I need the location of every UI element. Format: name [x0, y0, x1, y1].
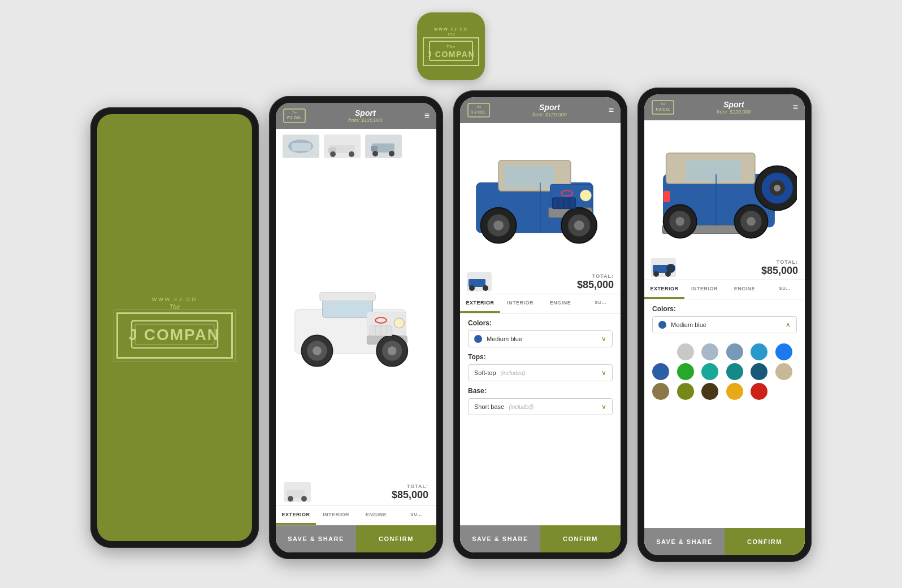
tab-interior-4[interactable]: INTERIOR [684, 280, 725, 299]
header-center-2: Sport from: $120,000 [348, 108, 383, 123]
tab-exterior-3[interactable]: EXTERIOR [460, 294, 500, 313]
color-swatch-12[interactable] [652, 383, 669, 400]
tab-sus-2[interactable]: SU... [396, 506, 436, 525]
total-label-4: TOTAL: [761, 259, 798, 265]
save-share-button-3[interactable]: SAVE & SHARE [460, 525, 540, 552]
thumb-1[interactable] [283, 134, 319, 158]
confirm-button-3[interactable]: CONFIRM [540, 525, 621, 552]
base-dropdown-3[interactable]: Short base (included) ∨ [468, 398, 613, 415]
color-swatch-14[interactable] [701, 383, 718, 400]
thumb-row-2 [276, 129, 436, 162]
selected-thumb-3[interactable] [467, 272, 492, 291]
color-swatch-11[interactable] [775, 363, 792, 380]
tab-interior-2[interactable]: INTERIOR [316, 506, 356, 525]
hamburger-4[interactable]: ≡ [793, 102, 798, 112]
header-center-3: Sport from: $120,000 [532, 103, 567, 117]
tab-sus-4[interactable]: SU... [765, 280, 805, 299]
total-label-2: TOTAL: [392, 484, 428, 489]
svg-rect-4 [135, 324, 214, 345]
chevron-colors-4: ∧ [786, 321, 791, 329]
splash-logo: WWW.FJ.CO The FJ COMPANY [116, 297, 233, 359]
svg-text:The: The [292, 111, 297, 114]
colors-label-3: Colors: [468, 319, 613, 327]
color-swatch-1[interactable] [677, 343, 694, 360]
color-swatch-4[interactable] [751, 343, 767, 360]
svg-rect-19 [371, 146, 378, 151]
color-swatch-8[interactable] [701, 363, 718, 380]
svg-text:The: The [661, 102, 666, 106]
tab-engine-2[interactable]: ENGINE [356, 506, 396, 525]
header-title-2: Sport [348, 108, 383, 117]
header-price-2: from: $120,000 [348, 117, 383, 123]
thumb-total-4: TOTAL: $85,000 [644, 256, 805, 280]
phone-screen-3: The FJ CO. Sport from: $120,000 ≡ [460, 97, 621, 552]
tab-exterior-4[interactable]: EXTERIOR [644, 280, 684, 299]
selected-thumb-4[interactable] [651, 258, 676, 277]
color-value-4: Medium blue [671, 321, 706, 328]
color-swatch-15[interactable] [726, 383, 743, 400]
svg-point-79 [774, 185, 780, 191]
svg-point-30 [313, 346, 322, 355]
phones-container: WWW.FJ.CO The FJ COMPANY [28, 96, 874, 577]
header-price-3: from: $120,000 [532, 112, 567, 117]
color-dot-4 [658, 321, 666, 329]
thumb-2[interactable] [324, 134, 361, 158]
color-swatch-2[interactable] [701, 343, 718, 360]
app-icon[interactable]: WWW.FJ.CO The The FJ COMPANY [417, 12, 485, 80]
colors-label-4: Colors: [652, 305, 797, 313]
total-bar-2: TOTAL: $85,000 [276, 478, 436, 506]
config-section-3: Colors: Medium blue ∨ Tops: [460, 313, 621, 525]
screen2-content: TOTAL: $85,000 EXTERIOR INTERIOR ENGINE … [276, 129, 436, 552]
svg-point-20 [372, 151, 378, 156]
color-swatch-13[interactable] [677, 383, 694, 400]
svg-rect-88 [664, 191, 670, 202]
tab-interior-3[interactable]: INTERIOR [500, 294, 540, 313]
svg-text:FJ COMPANY: FJ COMPANY [428, 50, 474, 59]
color-value-3: Medium blue [487, 336, 522, 342]
save-share-button-4[interactable]: SAVE & SHARE [644, 528, 725, 555]
phone-frame-2: The FJ CO. Sport from: $120,000 ≡ [269, 96, 443, 559]
colors-dropdown-4[interactable]: Medium blue ∧ [652, 316, 797, 333]
save-share-button-2[interactable]: SAVE & SHARE [276, 525, 356, 552]
color-dropdown-left-4: Medium blue [658, 321, 706, 329]
color-swatch-9[interactable] [726, 363, 743, 380]
color-swatch-5[interactable] [775, 343, 792, 360]
svg-point-34 [394, 318, 405, 328]
color-swatch-10[interactable] [751, 363, 767, 380]
header-logo-4: The FJ CO. [651, 99, 675, 115]
base-note-3: (included) [509, 404, 534, 410]
colors-dropdown-3[interactable]: Medium blue ∨ [468, 330, 613, 347]
tab-exterior-2[interactable]: EXTERIOR [276, 506, 316, 525]
phone-frame-4: The FJ CO. Sport from: $120,000 ≡ [638, 88, 812, 562]
car-placeholder-2 [284, 185, 428, 455]
thumb-3[interactable] [365, 134, 402, 158]
total-price-2: $85,000 [392, 489, 428, 501]
chevron-base-3: ∨ [601, 403, 606, 411]
app-header-3: The FJ CO. Sport from: $120,000 ≡ [460, 97, 621, 123]
hamburger-3[interactable]: ≡ [609, 105, 614, 115]
phone-frame-3: The FJ CO. Sport from: $120,000 ≡ [453, 90, 627, 559]
color-dot-3 [474, 335, 482, 343]
color-swatch-0[interactable] [652, 343, 669, 360]
color-swatch-3[interactable] [726, 343, 743, 360]
svg-point-59 [580, 190, 592, 201]
tab-engine-4[interactable]: ENGINE [725, 280, 765, 299]
header-price-4: from: $120,000 [717, 109, 751, 115]
tops-label-3: Tops: [468, 353, 613, 361]
header-center-4: Sport from: $120,000 [717, 100, 751, 115]
car-main-3 [460, 123, 621, 270]
color-swatch-6[interactable] [652, 363, 669, 380]
header-logo-2: The FJ CO. [283, 108, 306, 124]
color-swatch-16[interactable] [751, 383, 767, 400]
tab-sus-3[interactable]: SU... [580, 294, 621, 313]
selected-thumb-2[interactable] [284, 482, 311, 502]
hamburger-2[interactable]: ≡ [424, 111, 430, 121]
confirm-button-2[interactable]: CONFIRM [356, 525, 436, 552]
tab-engine-3[interactable]: ENGINE [540, 294, 580, 313]
app-header-4: The FJ CO. Sport from: $120,000 ≡ [644, 94, 805, 120]
color-swatch-7[interactable] [677, 363, 694, 380]
svg-point-58 [574, 220, 584, 230]
confirm-button-4[interactable]: CONFIRM [725, 528, 805, 555]
tops-dropdown-3[interactable]: Soft-top (included) ∨ [468, 364, 613, 381]
svg-text:The: The [476, 105, 482, 108]
